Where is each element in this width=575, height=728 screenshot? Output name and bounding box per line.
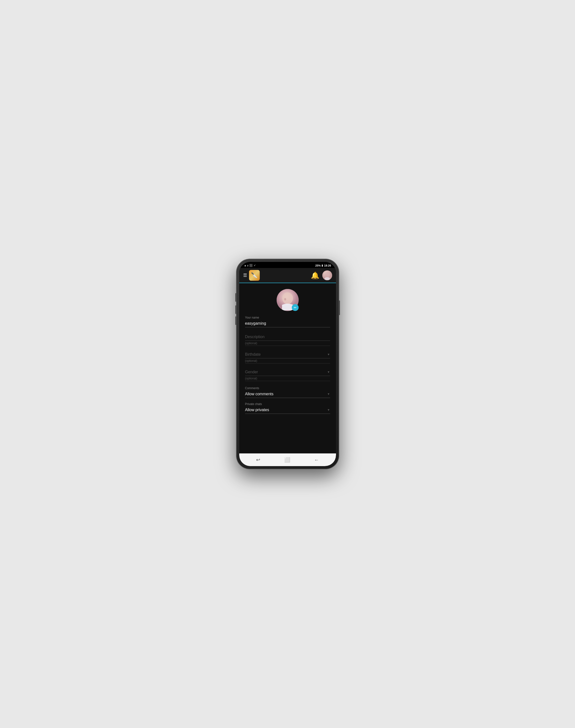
app-content: ✏ Your name Description (optional)	[239, 283, 336, 453]
description-field-section: Description (optional)	[245, 334, 330, 346]
app-logo[interactable]: 🔪	[249, 270, 260, 281]
header-avatar-art	[322, 271, 332, 280]
comments-field-section: Comments Allow comments ▼	[245, 386, 330, 398]
status-left: ▲ f ⬛ ✓	[244, 264, 256, 267]
app-logo-image: 🔪	[251, 272, 258, 278]
comments-label: Comments	[245, 386, 330, 390]
comments-chevron-icon: ▼	[327, 392, 330, 396]
description-field[interactable]: Description	[245, 334, 330, 341]
header-right: 🔔	[311, 271, 332, 280]
private-chats-chevron-icon: ▼	[327, 408, 330, 412]
nav-home-button[interactable]: ⬜	[281, 456, 293, 464]
name-input[interactable]	[245, 320, 330, 327]
gender-field-section: Gender ▼ (optional)	[245, 369, 330, 381]
description-optional: (optional)	[245, 341, 330, 346]
name-label: Your name	[245, 316, 330, 319]
signal-icon: ▲	[244, 264, 246, 267]
header-avatar[interactable]	[322, 271, 332, 280]
image-icon: ⬛	[249, 264, 253, 267]
phone-frame: ▲ f ⬛ ✓ 25% ▮ 18:26 ☰ 🔪 🔔	[236, 259, 339, 469]
header-left: ☰ 🔪	[243, 270, 260, 281]
comments-dropdown[interactable]: Allow comments ▼	[245, 391, 330, 398]
private-chats-field-section: Private chats Allow privates ▼	[245, 402, 330, 414]
description-placeholder: Description	[245, 335, 265, 339]
svg-point-4	[284, 298, 286, 301]
gender-label: Gender	[245, 370, 258, 374]
birthdate-chevron-icon: ▼	[327, 353, 330, 356]
svg-point-1	[325, 272, 330, 278]
birthdate-dropdown[interactable]: Birthdate ▼	[245, 351, 330, 358]
battery-icon: ▮	[322, 264, 323, 267]
gender-chevron-icon: ▼	[327, 370, 330, 374]
status-time: 18:26	[324, 264, 331, 267]
private-chats-dropdown[interactable]: Allow privates ▼	[245, 407, 330, 414]
birthdate-optional: (optional)	[245, 358, 330, 363]
birthdate-field-section: Birthdate ▼ (optional)	[245, 351, 330, 363]
svg-point-3	[282, 292, 293, 304]
nav-back-button[interactable]: ↩	[253, 456, 263, 464]
birthdate-label: Birthdate	[245, 352, 261, 357]
nav-return-button[interactable]: ←	[311, 456, 322, 464]
edit-avatar-button[interactable]: ✏	[292, 304, 299, 311]
private-chats-label: Private chats	[245, 402, 330, 406]
check-icon: ✓	[253, 264, 256, 267]
bottom-nav: ↩ ⬜ ←	[239, 453, 336, 466]
menu-icon[interactable]: ☰	[243, 273, 247, 278]
app-header: ☰ 🔪 🔔	[239, 268, 336, 283]
name-field-group: Your name	[245, 316, 330, 327]
edit-icon: ✏	[294, 306, 297, 310]
comments-value: Allow comments	[245, 392, 273, 396]
phone-screen: ▲ f ⬛ ✓ 25% ▮ 18:26 ☰ 🔪 🔔	[239, 262, 336, 466]
avatar-section: ✏	[245, 283, 330, 316]
status-right: 25% ▮ 18:26	[315, 264, 331, 267]
gender-dropdown[interactable]: Gender ▼	[245, 369, 330, 376]
bell-icon[interactable]: 🔔	[311, 271, 319, 279]
battery-percent: 25%	[315, 264, 320, 267]
private-chats-value: Allow privates	[245, 408, 269, 412]
avatar-wrapper: ✏	[277, 289, 299, 311]
facebook-icon: f	[247, 264, 248, 267]
gender-optional: (optional)	[245, 376, 330, 381]
notch	[273, 262, 302, 267]
